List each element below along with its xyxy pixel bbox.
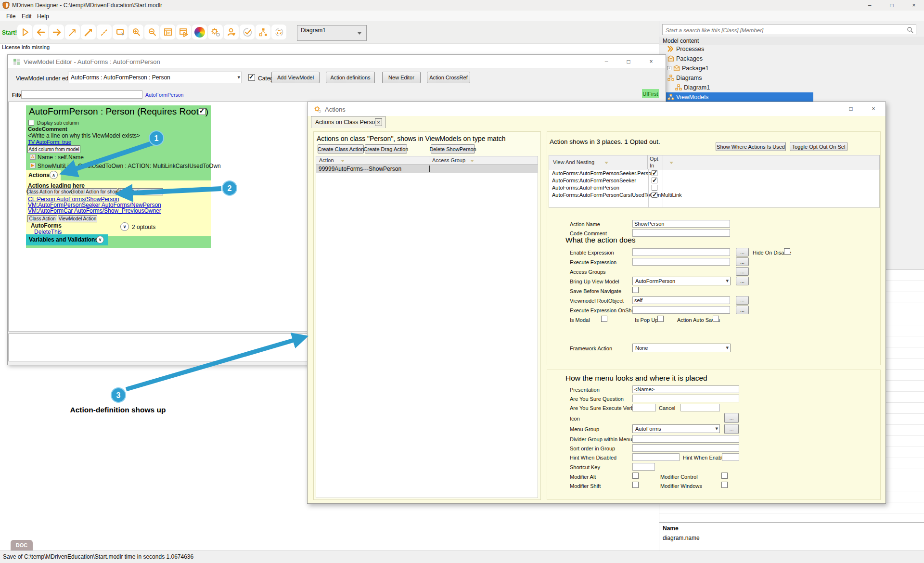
- grid-row-view[interactable]: AutoForms:AutoFormPerson: [552, 185, 619, 191]
- editor-minimize-button[interactable]: –: [598, 57, 615, 66]
- frame-select-button[interactable]: [113, 25, 128, 39]
- code-comment-input[interactable]: [632, 229, 730, 237]
- draw-dashed-line-button[interactable]: [97, 25, 112, 39]
- draw-generalization-button[interactable]: [81, 25, 96, 39]
- action-crossref-button[interactable]: Action CrossRef: [427, 72, 470, 83]
- menu-help[interactable]: Help: [35, 12, 51, 21]
- dialog-minimize-button[interactable]: –: [820, 104, 836, 114]
- back-button[interactable]: [33, 25, 48, 39]
- add-column-button[interactable]: Add column from model: [27, 145, 80, 153]
- menu-edit[interactable]: Edit: [19, 12, 34, 21]
- enable-expression-input[interactable]: [632, 248, 730, 256]
- relations-button[interactable]: [256, 25, 270, 39]
- debug-trace-button[interactable]: [271, 25, 286, 39]
- property-value[interactable]: diagram.name: [663, 535, 700, 541]
- enable-expression-ellipsis-button[interactable]: ...: [736, 248, 749, 256]
- dialog-maximize-button[interactable]: □: [843, 104, 859, 114]
- global-action-create-button[interactable]: Global Action + Create: [118, 188, 163, 195]
- column-header-action[interactable]: Action: [316, 156, 429, 165]
- forward-button[interactable]: [49, 25, 64, 39]
- are-you-sure-question-input[interactable]: [632, 395, 739, 402]
- window-minimize-button[interactable]: –: [861, 0, 878, 10]
- draw-association-button[interactable]: [65, 25, 80, 39]
- toggle-opt-out-button[interactable]: Toggle Opt Out On Sel: [790, 142, 847, 151]
- access-groups-button[interactable]: [224, 25, 239, 39]
- optouts-chevron[interactable]: ∨: [120, 222, 129, 231]
- is-pop-up-checkbox[interactable]: [657, 316, 664, 322]
- hide-on-disable-checkbox[interactable]: [784, 248, 790, 255]
- run-viewmodel-button[interactable]: [176, 25, 191, 39]
- tagged-value-link[interactable]: TV AutoForm: true: [28, 139, 71, 145]
- menu-file[interactable]: File: [4, 12, 18, 21]
- bring-up-view-model-ellipsis-button[interactable]: ...: [736, 277, 749, 285]
- class-action-for-show-button[interactable]: Class Action for show: [27, 188, 71, 195]
- styles-button[interactable]: [192, 25, 207, 39]
- grid-row-view[interactable]: AutoForms:AutoFormPersonSeeker.Person: [552, 170, 654, 176]
- icon-ellipsis-button[interactable]: ...: [724, 413, 739, 423]
- sort-order-input[interactable]: [632, 444, 739, 452]
- code-comment-placeholder[interactable]: <Write a line on why this ViewModel exis…: [28, 132, 140, 139]
- opt-in-checkbox[interactable]: [652, 178, 657, 183]
- hint-when-disabled-input[interactable]: [632, 453, 680, 461]
- column-row[interactable]: Name : self.Name: [38, 154, 84, 161]
- hint-when-enabled-input[interactable]: [722, 453, 739, 461]
- action-row[interactable]: 99999AutoForms---ShowPerson: [316, 165, 538, 173]
- cancel-verb-input[interactable]: [680, 404, 720, 411]
- filter-input[interactable]: [21, 90, 142, 99]
- variables-validations-bar[interactable]: Variables and Validations: [26, 234, 108, 245]
- viewmodel-action-tab[interactable]: ViewModel Action: [58, 215, 97, 222]
- action-auto-saves-checkbox[interactable]: [713, 316, 719, 322]
- sidebar-item-diagrams[interactable]: Diagrams: [667, 73, 702, 82]
- settings-button[interactable]: [208, 25, 223, 39]
- column-header-empty[interactable]: [663, 155, 880, 169]
- modifier-shift-checkbox[interactable]: [632, 482, 639, 488]
- filter-funnel-icon[interactable]: [669, 162, 673, 164]
- shortcut-key-input[interactable]: [632, 463, 655, 471]
- search-input[interactable]: [665, 26, 902, 35]
- class-action-tab[interactable]: Class Action: [27, 215, 57, 222]
- variables-chevron[interactable]: ∨: [96, 236, 104, 243]
- new-editor-button[interactable]: New Editor: [382, 72, 421, 83]
- zoom-out-button[interactable]: [144, 25, 159, 39]
- editor-close-button[interactable]: ×: [643, 57, 659, 66]
- viewmodel-under-edit-select[interactable]: AutoForms : AutoFormPerson : Person ▾: [68, 72, 242, 83]
- execute-expression-onshow-ellipsis-button[interactable]: ...: [736, 306, 749, 314]
- execute-expression-input[interactable]: [632, 258, 730, 266]
- modifier-windows-checkbox[interactable]: [721, 482, 728, 488]
- expand-icon[interactable]: +: [667, 66, 671, 70]
- actions-list-body[interactable]: [316, 173, 538, 498]
- validate-button[interactable]: [240, 25, 255, 39]
- column-header-view-and-nesting[interactable]: View And Nesting: [549, 155, 648, 169]
- access-groups-ellipsis-button[interactable]: ...: [736, 267, 749, 276]
- column-header-access-group[interactable]: Access Group: [429, 156, 538, 165]
- divider-group-input[interactable]: [632, 435, 739, 443]
- filter-funnel-icon[interactable]: [470, 160, 474, 162]
- are-you-sure-execute-verb-input[interactable]: [632, 404, 656, 411]
- opt-in-checkbox[interactable]: [652, 192, 657, 198]
- create-class-action-button[interactable]: Create Class Action: [318, 144, 364, 154]
- menu-group-select[interactable]: AutoForms▾: [632, 424, 720, 433]
- filter-funnel-icon[interactable]: [341, 160, 345, 162]
- viewmodel-rootobject-ellipsis-button[interactable]: ...: [736, 296, 749, 305]
- prototype-window-button[interactable]: 0!: [160, 25, 175, 39]
- add-viewmodel-button[interactable]: Add ViewModel: [271, 72, 320, 83]
- start-label[interactable]: Start!: [2, 29, 17, 36]
- grid-row-view[interactable]: AutoForms:AutoFormPersonSeeker: [552, 178, 636, 183]
- presentation-input[interactable]: <Name>: [632, 385, 739, 393]
- viewmodel-rootobject-input[interactable]: self: [632, 296, 730, 304]
- filter-viewmodel-link[interactable]: AutoFormPerson: [145, 92, 183, 98]
- save-before-navigate-checkbox[interactable]: [632, 287, 639, 293]
- action-name-input[interactable]: ShowPerson: [632, 220, 730, 228]
- play-button[interactable]: [17, 25, 32, 39]
- modifier-alt-checkbox[interactable]: [632, 473, 639, 479]
- display-sub-column-checkbox[interactable]: [28, 120, 34, 126]
- menu-group-ellipsis-button[interactable]: ...: [724, 424, 739, 434]
- action-link[interactable]: VM:AutoFormCar AutoForms/Show_PreviousOw…: [28, 207, 161, 214]
- filter-funnel-icon[interactable]: [604, 162, 608, 164]
- framework-action-select[interactable]: None▾: [632, 344, 731, 352]
- tab-close-icon[interactable]: ×: [375, 118, 382, 126]
- modifier-control-checkbox[interactable]: [721, 473, 728, 479]
- window-close-button[interactable]: ×: [906, 0, 922, 10]
- collapse-actions-chevron[interactable]: ∧: [50, 171, 58, 179]
- requires-root-checkbox[interactable]: [199, 108, 205, 115]
